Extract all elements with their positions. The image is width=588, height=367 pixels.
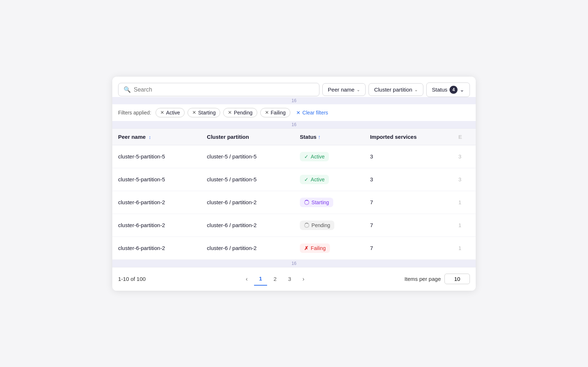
cell-peer-name: cluster-5-partition-5 [112, 168, 201, 191]
search-input[interactable] [134, 86, 314, 93]
table-row: cluster-6-partition-2cluster-6 / partiti… [112, 191, 476, 214]
cluster-partition-filter-button[interactable]: Cluster partition ⌄ [368, 83, 423, 96]
scroll-label-bottom: 16 [112, 260, 476, 267]
items-per-page-label: Items per page [404, 276, 441, 282]
table-row: cluster-5-partition-5cluster-5 / partiti… [112, 145, 476, 168]
cell-extra: 1 [452, 191, 476, 214]
cell-peer-name: cluster-5-partition-5 [112, 145, 201, 168]
remove-starting-icon[interactable]: ✕ [192, 110, 196, 115]
cell-status: Starting [294, 191, 364, 214]
filter-tag-active[interactable]: ✕ Active [156, 108, 185, 117]
filter-tag-pending-label: Pending [234, 110, 252, 116]
status-sort-icon: ↑ [318, 134, 321, 140]
cell-cluster-partition: cluster-6 / partition-2 [201, 214, 294, 237]
cell-imported-services: 3 [364, 168, 452, 191]
status-text: Pending [311, 222, 330, 228]
cell-imported-services: 3 [364, 145, 452, 168]
status-pill-failing: ✗Failing [300, 243, 330, 253]
cell-status: ✓Active [294, 145, 364, 168]
filter-tag-active-label: Active [166, 110, 180, 116]
clear-filters-button[interactable]: ✕ Clear filters [293, 108, 331, 117]
cell-peer-name: cluster-6-partition-2 [112, 214, 201, 237]
status-filter-label: Status [432, 86, 447, 93]
pagination-info: 1-10 of 100 [118, 276, 146, 282]
status-pill-active: ✓Active [300, 175, 329, 184]
spinner-icon [304, 223, 309, 228]
remove-failing-icon[interactable]: ✕ [265, 110, 269, 115]
status-text: Starting [311, 199, 329, 205]
col-extra: E [452, 128, 476, 145]
status-count-badge: 4 [450, 86, 458, 94]
cell-extra: 3 [452, 168, 476, 191]
status-pill-pending: Pending [300, 221, 334, 230]
page-3-button[interactable]: 3 [283, 273, 296, 286]
next-page-button[interactable]: › [298, 273, 309, 285]
pagination-bar: 1-10 of 100 ‹ 1 2 3 › Items per page 10 … [112, 267, 476, 291]
col-status[interactable]: Status ↑ [294, 128, 364, 145]
col-imported-services: Imported services [364, 128, 452, 145]
cell-extra: 3 [452, 145, 476, 168]
cell-imported-services: 7 [364, 214, 452, 237]
x-icon: ✗ [304, 245, 309, 251]
clear-filters-label: Clear filters [302, 110, 328, 116]
data-table: Peer name ↕ Cluster partition Status ↑ I… [112, 128, 476, 260]
remove-active-icon[interactable]: ✕ [160, 110, 164, 115]
peer-name-filter-label: Peer name [328, 86, 354, 93]
check-icon: ✓ [304, 154, 309, 160]
cell-cluster-partition: cluster-6 / partition-2 [201, 237, 294, 259]
cell-cluster-partition: cluster-5 / partition-5 [201, 168, 294, 191]
clear-filters-icon: ✕ [296, 110, 301, 116]
page-1-button[interactable]: 1 [254, 273, 267, 286]
cell-cluster-partition: cluster-5 / partition-5 [201, 145, 294, 168]
page-2-button[interactable]: 2 [269, 273, 282, 286]
col-cluster-partition[interactable]: Cluster partition [201, 128, 294, 145]
scroll-label-mid: 16 [112, 121, 476, 128]
cluster-partition-filter-label: Cluster partition [374, 86, 412, 93]
prev-page-button[interactable]: ‹ [241, 273, 253, 285]
table-row: cluster-5-partition-5cluster-5 / partiti… [112, 168, 476, 191]
cell-status: Pending [294, 214, 364, 237]
cell-cluster-partition: cluster-6 / partition-2 [201, 191, 294, 214]
cell-imported-services: 7 [364, 191, 452, 214]
status-pill-active: ✓Active [300, 152, 329, 161]
pagination-pages: ‹ 1 2 3 › [241, 273, 309, 286]
items-per-page-control: Items per page 10 25 50 100 [404, 274, 470, 284]
cluster-partition-chevron-icon: ⌄ [414, 87, 418, 92]
status-filter-button[interactable]: Status 4 ⌄ [426, 82, 470, 97]
status-text: Active [311, 177, 325, 182]
cell-extra: 1 [452, 214, 476, 237]
filter-tag-failing[interactable]: ✕ Failing [260, 108, 290, 117]
filter-tag-pending[interactable]: ✕ Pending [223, 108, 257, 117]
search-box[interactable]: 🔍 [118, 83, 319, 96]
col-peer-name[interactable]: Peer name ↕ [112, 128, 201, 145]
cell-peer-name: cluster-6-partition-2 [112, 191, 201, 214]
filters-applied-label: Filters applied: [118, 110, 151, 116]
table-row: cluster-6-partition-2cluster-6 / partiti… [112, 237, 476, 259]
cell-imported-services: 7 [364, 237, 452, 259]
spinner-icon [304, 200, 309, 205]
status-chevron-icon: ⌄ [460, 86, 464, 93]
peer-name-chevron-icon: ⌄ [357, 87, 360, 92]
cell-status: ✗Failing [294, 237, 364, 259]
peer-name-sort-icon: ↕ [149, 134, 151, 140]
filter-tag-starting[interactable]: ✕ Starting [188, 108, 220, 117]
peer-name-filter-button[interactable]: Peer name ⌄ [322, 83, 366, 96]
status-text: Failing [311, 245, 326, 251]
remove-pending-icon[interactable]: ✕ [228, 110, 232, 115]
check-icon: ✓ [304, 177, 309, 182]
status-pill-starting: Starting [300, 198, 333, 207]
cell-extra: 1 [452, 237, 476, 259]
table-header-row: Peer name ↕ Cluster partition Status ↑ I… [112, 128, 476, 145]
search-icon: 🔍 [124, 86, 131, 93]
filter-tag-starting-label: Starting [198, 110, 216, 116]
data-table-wrap: Peer name ↕ Cluster partition Status ↑ I… [112, 128, 476, 260]
table-row: cluster-6-partition-2cluster-6 / partiti… [112, 214, 476, 237]
scroll-label-top: 16 [112, 97, 476, 104]
filters-row: Filters applied: ✕ Active ✕ Starting ✕ P… [112, 104, 476, 121]
cell-status: ✓Active [294, 168, 364, 191]
toolbar: 🔍 Peer name ⌄ Cluster partition ⌄ Status… [112, 77, 476, 97]
cell-peer-name: cluster-6-partition-2 [112, 237, 201, 259]
filter-tag-failing-label: Failing [271, 110, 286, 116]
items-per-page-select[interactable]: 10 25 50 100 [444, 274, 470, 284]
status-text: Active [311, 154, 325, 160]
